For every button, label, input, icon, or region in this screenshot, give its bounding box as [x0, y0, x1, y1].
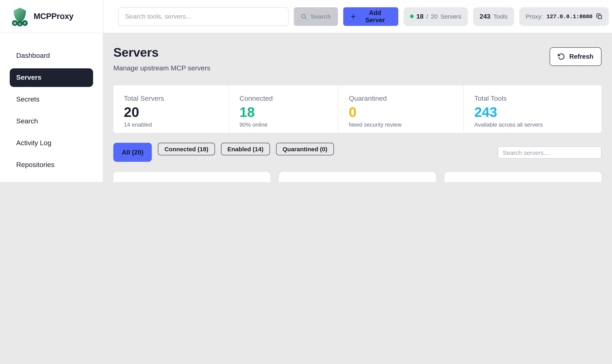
sidebar-item-configuration[interactable]: Configuration	[10, 178, 93, 182]
tools-pill-label: Tools	[493, 13, 507, 20]
filter-tab-all[interactable]: All (20)	[113, 143, 152, 162]
connected-dot-icon	[410, 14, 413, 18]
stat-total-tools: Total Tools 243 Available across all ser…	[463, 85, 601, 133]
server-card-cloudflare-docs-sse: cloudflare-docs-sse Connected (2 tools) …	[113, 172, 270, 182]
brand-title: MCPProxy	[34, 12, 73, 21]
server-cards-grid: cloudflare-docs-sse Connected (2 tools) …	[113, 172, 601, 182]
tools-count: 243	[480, 13, 490, 20]
stat-connected-value: 18	[239, 104, 338, 120]
servers-pill-label: Servers	[440, 13, 461, 20]
server-card-cloudflare-graphql: cloudflare-graphql Disabled http • No en…	[279, 172, 436, 182]
proxy-label: Proxy:	[526, 13, 543, 20]
page-title: Servers	[113, 45, 601, 60]
add-server-button[interactable]: + Add Server	[343, 7, 398, 26]
sidebar-item-dashboard[interactable]: Dashboard	[10, 47, 93, 65]
filter-tab-enabled[interactable]: Enabled (14)	[221, 143, 270, 155]
proxy-address: 127.0.0.1:8080	[546, 13, 592, 20]
header-toolbar: Search + Add Server 18 / 20 Servers 243 …	[103, 0, 612, 33]
refresh-icon	[558, 53, 565, 60]
proxy-pill: Proxy: 127.0.0.1:8080	[519, 7, 609, 26]
svg-text:C: C	[19, 22, 21, 25]
stats-bar: Total Servers 20 14 enabled Connected 18…	[113, 85, 601, 133]
svg-text:P: P	[24, 21, 26, 25]
stat-total-tools-value: 243	[474, 104, 601, 120]
servers-connected-count: 18	[416, 13, 423, 20]
stat-quarantined: Quarantined 0 Need security review	[338, 85, 463, 133]
svg-text:M: M	[14, 21, 16, 25]
sidebar-item-servers[interactable]: Servers	[10, 68, 93, 87]
brand: M C P MCPProxy	[0, 0, 103, 33]
search-button[interactable]: Search	[294, 7, 338, 26]
main-content: Servers Manage upstream MCP servers Refr…	[103, 33, 612, 182]
top-header: M C P MCPProxy Search + Add Server 1	[0, 0, 612, 33]
global-search-input[interactable]	[118, 7, 288, 26]
tools-count-pill: 243 Tools	[473, 7, 514, 26]
search-icon	[300, 13, 307, 20]
sidebar-item-activity-log[interactable]: Activity Log	[10, 134, 93, 153]
stat-connected: Connected 18 90% online	[229, 85, 338, 133]
filter-tab-connected[interactable]: Connected (18)	[158, 143, 215, 155]
sidebar-nav: Dashboard Servers Secrets Search Activit…	[0, 33, 103, 182]
servers-separator: /	[426, 13, 428, 20]
copy-icon[interactable]	[596, 13, 602, 19]
mcpproxy-shield-logo: M C P	[11, 7, 28, 26]
sidebar-item-secrets[interactable]: Secrets	[10, 90, 93, 109]
page-subtitle: Manage upstream MCP servers	[113, 64, 601, 72]
refresh-button[interactable]: Refresh	[550, 47, 601, 66]
stat-quarantined-value: 0	[349, 104, 463, 120]
page-header: Servers Manage upstream MCP servers Refr…	[113, 45, 601, 72]
sidebar: Dashboard Servers Secrets Search Activit…	[0, 33, 103, 182]
filter-tab-quarantined[interactable]: Quarantined (0)	[276, 143, 334, 155]
servers-total-count: 20	[431, 13, 437, 20]
stat-total-servers-value: 20	[124, 104, 229, 120]
filter-row: All (20) Connected (18) Enabled (14) Qua…	[113, 143, 601, 162]
sidebar-item-repositories[interactable]: Repositories	[10, 156, 93, 174]
plus-icon: +	[351, 12, 356, 21]
server-search-input[interactable]	[498, 146, 601, 158]
servers-count-pill: 18 / 20 Servers	[403, 7, 468, 26]
sidebar-item-search[interactable]: Search	[10, 112, 93, 131]
stat-total-servers: Total Servers 20 14 enabled	[113, 85, 229, 133]
app-root: M C P MCPProxy Search + Add Server 1	[0, 0, 612, 182]
server-card-cloudflare-observability: cloudflare-observability Token expired h…	[444, 172, 601, 182]
